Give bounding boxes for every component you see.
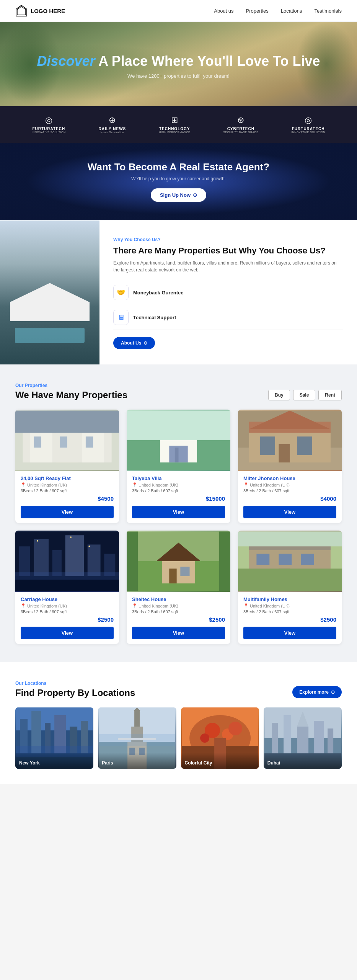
prop-location-1: 📍 United Kingdom (UK) [132,482,225,487]
prop-name-0: 24,00 Sqft Ready Flat [21,475,114,481]
agent-banner-title: Want To Become A Real Estate Agent? [15,161,342,173]
svg-rect-8 [34,436,41,448]
properties-label: Our Properties [15,383,127,388]
prop-location-4: 📍 United Kingdom (UK) [132,603,225,608]
location-card-1[interactable]: Paris [98,707,176,769]
hero-subtitle: We have 1200+ properties to fulfil your … [37,73,320,79]
property-img-2 [238,410,342,471]
prop-price-1: $15000 [132,495,225,502]
brand-tag-3: SECURITY BASE GRADE [223,131,258,134]
svg-rect-16 [175,448,179,462]
signup-button[interactable]: Sign Up Now ⊙ [151,188,206,202]
brand-tag-0: INNOVATIVE SOLUTION [32,131,66,134]
hero-section: Discover A Place Where You'll Love To Li… [0,22,357,106]
nav-testimonials[interactable]: Testimonials [314,8,342,14]
svg-rect-44 [180,567,189,576]
filter-sale[interactable]: Sale [293,390,316,400]
property-card-4: Sheltec House 📍 United Kingdom (UK) 3Bed… [127,531,230,644]
agent-banner: Want To Become A Real Estate Agent? We'l… [0,143,357,220]
property-card-0: 24,00 Sqft Ready Flat 📍 United Kingdom (… [15,410,119,523]
property-img-1 [127,410,230,471]
svg-rect-26 [238,411,342,470]
properties-title: We Have Many Properties [15,390,127,400]
locations-title: Find Property By Locations [15,688,135,698]
brand-tag-2: HIGH PERFORMANCE [159,131,190,134]
svg-point-37 [70,536,72,538]
why-us-section: Why You Choose Us? There Are Many Proper… [0,220,357,364]
prop-details-4: 3Beds / 2 Bath / 607 sqft [132,609,225,614]
view-btn-1[interactable]: View [132,506,225,518]
view-btn-4[interactable]: View [132,627,225,639]
hero-content: Discover A Place Where You'll Love To Li… [37,53,320,79]
locations-label: Our Locations [15,681,135,686]
location-name-2: Colorful City [181,753,259,769]
svg-rect-74 [118,738,156,740]
prop-price-5: $2500 [243,616,336,623]
filter-buttons: Buy Sale Rent [268,390,342,400]
property-card-3: Carriage House 📍 United Kingdom (UK) 3Be… [15,531,119,644]
brand-icon-2: ⊞ [159,115,190,125]
prop-details-5: 3Beds / 2 Bath / 607 sqft [243,609,336,614]
svg-point-81 [228,722,242,735]
prop-name-1: Taiyeba Villa [132,475,225,481]
svg-rect-54 [238,568,342,591]
view-btn-5[interactable]: View [243,627,336,639]
brand-icon-1: ⊕ [99,115,126,125]
location-card-2[interactable]: Colorful City [181,707,259,769]
brand-1: ⊕ DAILY NEWS News Generation [99,115,126,134]
filter-rent[interactable]: Rent [318,390,342,400]
explore-icon: ⊙ [331,689,335,695]
prop-name-3: Carriage House [21,596,114,602]
location-name-1: Paris [98,753,176,769]
location-card-3[interactable]: Dubai [264,707,342,769]
svg-rect-42 [162,561,195,583]
nav-about[interactable]: About us [214,8,233,14]
brand-icon-0: ◎ [32,115,66,125]
prop-name-5: Multifamily Homes [243,596,336,602]
moneyback-icon: 🤝 [113,285,129,300]
property-img-3 [15,531,119,592]
property-img-5 [238,531,342,592]
logo-text: LOGO HERE [31,8,65,14]
feature-support: 🖥 Technical Support [113,305,343,330]
brand-3: ⊛ CYBERTECH SECURITY BASE GRADE [223,115,258,134]
feature-moneyback: 🤝 Moneyback Gurentee [113,280,343,305]
view-btn-3[interactable]: View [21,627,114,639]
brand-name-1: DAILY NEWS [99,127,126,131]
location-icon-1: 📍 [132,482,137,487]
prop-price-4: $2500 [132,616,225,623]
explore-button[interactable]: Explore more ⊙ [292,686,342,698]
view-btn-0[interactable]: View [21,506,114,518]
properties-grid: 24,00 Sqft Ready Flat 📍 United Kingdom (… [15,410,342,644]
svg-rect-17 [127,411,230,440]
feature-list: 🤝 Moneyback Gurentee 🖥 Technical Support [113,280,343,330]
location-card-0[interactable]: New York [15,707,93,769]
moneyback-name: Moneyback Gurentee [133,290,184,296]
nav-properties[interactable]: Properties [246,8,269,14]
about-us-button[interactable]: About Us ⊙ [113,337,155,349]
view-btn-2[interactable]: View [243,506,336,518]
brand-icon-3: ⊛ [223,115,258,125]
prop-price-0: $4500 [21,495,114,502]
locations-section: Our Locations Find Property By Locations… [0,662,357,784]
svg-point-80 [200,733,209,743]
location-icon-4: 📍 [132,603,137,608]
property-card-1: Taiyeba Villa 📍 United Kingdom (UK) 3Bed… [127,410,230,523]
support-name: Technical Support [133,315,176,320]
brand-name-4: FURTURATECH [291,127,325,131]
why-us-description: Explore from Apartments, land, builder f… [113,260,343,273]
prop-name-4: Sheltec House [132,596,225,602]
location-icon-3: 📍 [21,603,26,608]
filter-buy[interactable]: Buy [268,390,290,400]
circle-icon: ⊙ [143,340,147,346]
svg-marker-68 [133,707,141,727]
logo[interactable]: LOGO HERE [15,5,65,17]
agent-banner-subtitle: We'll help you to grow your career and g… [15,176,342,181]
prop-location-5: 📍 United Kingdom (UK) [243,603,336,608]
nav-locations[interactable]: Locations [281,8,302,14]
brand-tag-1: News Generation [99,131,126,134]
prop-location-0: 📍 United Kingdom (UK) [21,482,114,487]
prop-details-2: 3Beds / 2 Bath / 607 sqft [243,488,336,493]
brand-icon-4: ◎ [291,115,325,125]
property-card-2: Milter Jhonson House 📍 United Kingdom (U… [238,410,342,523]
